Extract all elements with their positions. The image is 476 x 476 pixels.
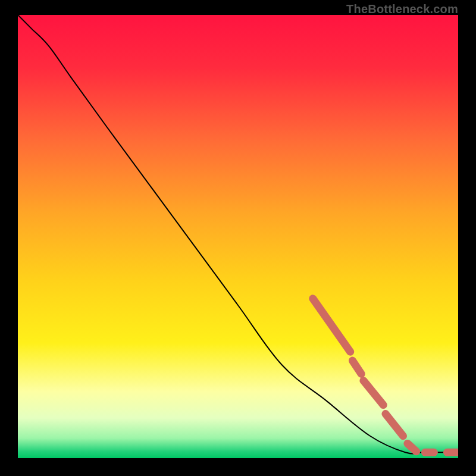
gradient-background bbox=[18, 15, 458, 458]
chart-frame: TheBottleneck.com bbox=[0, 0, 476, 476]
plot-area bbox=[18, 15, 458, 458]
watermark-text: TheBottleneck.com bbox=[346, 2, 458, 16]
chart-svg bbox=[18, 15, 458, 458]
